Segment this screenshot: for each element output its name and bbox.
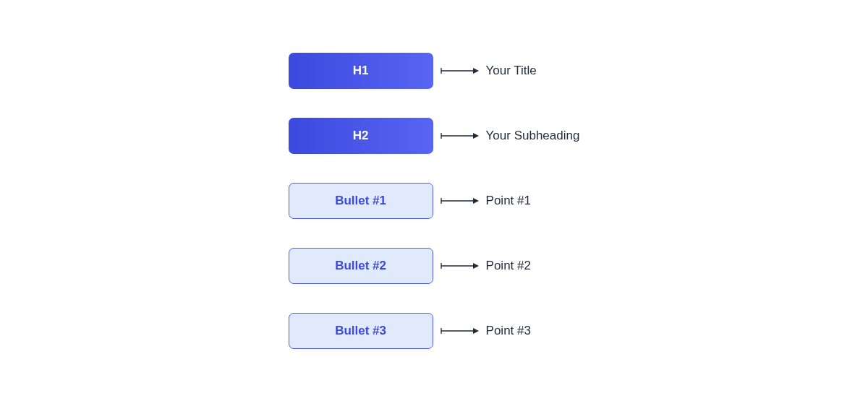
arrow-icon — [441, 132, 480, 139]
row-description: Point #3 — [486, 324, 531, 338]
row-h2: H2 Your Subheading — [289, 118, 580, 154]
block-label: Bullet #2 — [335, 259, 386, 273]
block-h2: H2 — [289, 118, 433, 154]
block-bullet-3: Bullet #3 — [289, 313, 433, 349]
arrow-icon — [441, 67, 480, 74]
row-description: Your Title — [486, 64, 537, 78]
arrow-icon — [441, 197, 480, 204]
row-description: Your Subheading — [486, 129, 580, 143]
row-description: Point #2 — [486, 259, 531, 273]
block-bullet-1: Bullet #1 — [289, 183, 433, 219]
row-bullet-3: Bullet #3 Point #3 — [289, 313, 580, 349]
block-label: Bullet #3 — [335, 324, 386, 338]
block-label: Bullet #1 — [335, 194, 386, 208]
row-bullet-1: Bullet #1 Point #1 — [289, 183, 580, 219]
block-label: H1 — [353, 64, 369, 78]
svg-marker-2 — [473, 68, 479, 74]
svg-marker-8 — [473, 198, 479, 204]
svg-marker-14 — [473, 328, 479, 334]
block-label: H2 — [353, 129, 369, 143]
block-bullet-2: Bullet #2 — [289, 248, 433, 284]
row-bullet-2: Bullet #2 Point #2 — [289, 248, 580, 284]
svg-marker-5 — [473, 133, 479, 139]
structure-diagram: H1 Your Title H2 Your Subheading Bullet … — [289, 53, 580, 349]
arrow-icon — [441, 262, 480, 270]
row-h1: H1 Your Title — [289, 53, 580, 89]
arrow-icon — [441, 327, 480, 335]
block-h1: H1 — [289, 53, 433, 89]
row-description: Point #1 — [486, 194, 531, 208]
svg-marker-11 — [473, 263, 479, 269]
